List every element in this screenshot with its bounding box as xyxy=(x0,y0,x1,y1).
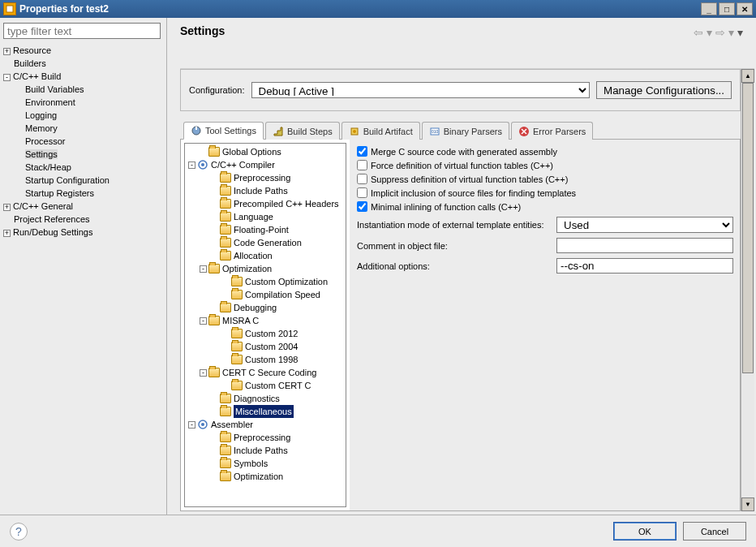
settings-tree-item[interactable]: Precompiled C++ Headers xyxy=(185,197,346,210)
option-checkbox[interactable] xyxy=(357,174,367,184)
option-checkbox-row: Minimal inlining of function calls (C++) xyxy=(357,200,733,213)
option-checkbox-row: Implicit inclusion of source files for f… xyxy=(357,186,733,200)
configuration-select[interactable]: Debug [ Active ] xyxy=(251,82,591,98)
help-icon[interactable]: ? xyxy=(10,523,28,541)
cancel-button[interactable]: Cancel xyxy=(683,522,746,541)
nav-item[interactable]: +Run/Debug Settings xyxy=(3,226,163,239)
binary-icon: 010 xyxy=(429,126,440,137)
expander-icon[interactable]: - xyxy=(200,265,207,273)
nav-item[interactable]: Builders xyxy=(3,57,163,70)
nav-item[interactable]: Startup Configuration xyxy=(15,174,163,187)
nav-item[interactable]: -C/C++ Build xyxy=(3,70,163,83)
expander-icon[interactable]: + xyxy=(3,204,11,211)
settings-tree-item[interactable]: Include Paths xyxy=(185,444,346,457)
tab-build-steps[interactable]: Build Steps xyxy=(265,122,340,140)
expander-icon[interactable]: - xyxy=(3,74,11,81)
settings-tree-item[interactable]: Include Paths xyxy=(185,184,346,197)
expander-icon[interactable]: + xyxy=(3,48,11,55)
tab-tool-settings[interactable]: Tool Settings xyxy=(183,122,264,140)
tab-error-parsers[interactable]: Error Parsers xyxy=(511,122,593,140)
nav-item[interactable]: +Resource xyxy=(3,44,163,57)
settings-tree-item[interactable]: Custom Optimization xyxy=(185,275,346,288)
artifact-icon xyxy=(349,126,360,137)
settings-tree-item[interactable]: Custom CERT C xyxy=(185,379,346,392)
folder-icon xyxy=(231,342,243,351)
back-icon[interactable]: ⇦ xyxy=(694,26,703,39)
instantiation-select[interactable]: Used xyxy=(556,217,733,233)
expander-icon[interactable]: + xyxy=(3,230,11,237)
maximize-button[interactable]: □ xyxy=(719,2,735,15)
back-menu-icon[interactable]: ▾ xyxy=(707,26,712,39)
scroll-track[interactable] xyxy=(741,83,754,497)
settings-tree-item[interactable]: Debugging xyxy=(185,301,346,314)
nav-tree[interactable]: +ResourceBuilders-C/C++ BuildBuild Varia… xyxy=(3,44,163,239)
titlebar: Properties for test2 _ □ ✕ xyxy=(0,0,756,18)
tab-strip: Tool Settings Build Steps Build Artifact xyxy=(180,119,741,140)
expander-icon[interactable]: - xyxy=(188,162,195,169)
option-checkbox-label: Implicit inclusion of source files for f… xyxy=(371,188,576,198)
option-checkbox[interactable] xyxy=(357,160,367,170)
close-button[interactable]: ✕ xyxy=(737,2,753,15)
settings-tree-item[interactable]: Custom 2012 xyxy=(185,327,346,340)
nav-item[interactable]: Project References xyxy=(3,213,163,226)
settings-tree-item[interactable]: Global Options xyxy=(185,145,346,158)
settings-tree-item[interactable]: -Assembler xyxy=(185,418,346,431)
tab-build-artifact[interactable]: Build Artifact xyxy=(341,122,420,140)
page-title: Settings xyxy=(180,24,746,37)
svg-text:010: 010 xyxy=(432,129,439,134)
dropdown-menu-icon[interactable]: ▾ xyxy=(737,26,743,39)
settings-tree-item[interactable]: Allocation xyxy=(185,249,346,262)
tool-settings-tree[interactable]: Global Options-C/C++ CompilerPreprocessi… xyxy=(184,143,346,507)
expander-icon[interactable]: - xyxy=(200,317,207,325)
settings-tree-item[interactable]: Preprocessing xyxy=(185,431,346,444)
filter-input[interactable] xyxy=(3,23,161,39)
folder-icon xyxy=(220,225,231,235)
settings-tree-item[interactable]: Floating-Point xyxy=(185,223,346,236)
scroll-up-button[interactable]: ▲ xyxy=(741,69,754,83)
folder-icon xyxy=(231,381,243,390)
option-checkbox[interactable] xyxy=(357,201,367,212)
settings-tree-item[interactable]: Miscellaneous xyxy=(185,405,346,418)
nav-item[interactable]: Memory xyxy=(15,122,163,135)
forward-menu-icon[interactable]: ▾ xyxy=(728,26,734,39)
settings-tree-item[interactable]: Diagnostics xyxy=(185,392,346,405)
settings-tree-item[interactable]: Optimization xyxy=(185,470,346,483)
settings-tree-item[interactable]: -CERT C Secure Coding xyxy=(185,366,346,379)
expander-icon[interactable]: - xyxy=(200,369,207,377)
scroll-down-button[interactable]: ▼ xyxy=(741,497,754,511)
option-checkbox[interactable] xyxy=(357,187,367,198)
tab-content: Global Options-C/C++ CompilerPreprocessi… xyxy=(180,140,741,511)
vertical-scrollbar[interactable]: ▲ ▼ xyxy=(741,69,754,511)
nav-item[interactable]: Environment xyxy=(15,96,163,109)
settings-tree-item[interactable]: Compilation Speed xyxy=(185,288,346,301)
settings-tree-item[interactable]: Language xyxy=(185,210,346,223)
folder-icon xyxy=(220,238,231,248)
nav-item[interactable]: Settings xyxy=(15,148,163,161)
additional-options-input[interactable] xyxy=(556,258,733,274)
nav-item[interactable]: Stack/Heap xyxy=(15,161,163,174)
manage-configurations-button[interactable]: Manage Configurations... xyxy=(596,81,732,99)
ok-button[interactable]: OK xyxy=(613,522,677,541)
expander-icon[interactable]: - xyxy=(188,421,195,429)
scroll-thumb[interactable] xyxy=(742,83,754,373)
window-title: Properties for test2 xyxy=(19,3,109,15)
nav-item[interactable]: Processor xyxy=(15,135,163,148)
settings-tree-item[interactable]: Preprocessing xyxy=(185,171,346,184)
settings-tree-item[interactable]: -C/C++ Compiler xyxy=(185,158,346,171)
nav-item[interactable]: +C/C++ General xyxy=(3,200,163,213)
settings-tree-item[interactable]: Code Generation xyxy=(185,236,346,249)
minimize-button[interactable]: _ xyxy=(701,2,717,15)
settings-tree-item[interactable]: Custom 2004 xyxy=(185,340,346,353)
option-checkbox[interactable] xyxy=(357,146,367,157)
forward-icon[interactable]: ⇨ xyxy=(715,26,725,39)
settings-tree-item[interactable]: -Optimization xyxy=(185,262,346,275)
nav-item[interactable]: Build Variables xyxy=(15,83,163,96)
nav-item[interactable]: Startup Registers xyxy=(15,187,163,200)
option-checkbox-row: Merge C source code with generated assem… xyxy=(357,144,733,158)
nav-item[interactable]: Logging xyxy=(15,109,163,122)
settings-tree-item[interactable]: Custom 1998 xyxy=(185,353,346,366)
comment-input[interactable] xyxy=(556,238,733,253)
tab-binary-parsers[interactable]: 010 Binary Parsers xyxy=(422,122,509,140)
settings-tree-item[interactable]: -MISRA C xyxy=(185,314,346,327)
settings-tree-item[interactable]: Symbols xyxy=(185,457,346,470)
